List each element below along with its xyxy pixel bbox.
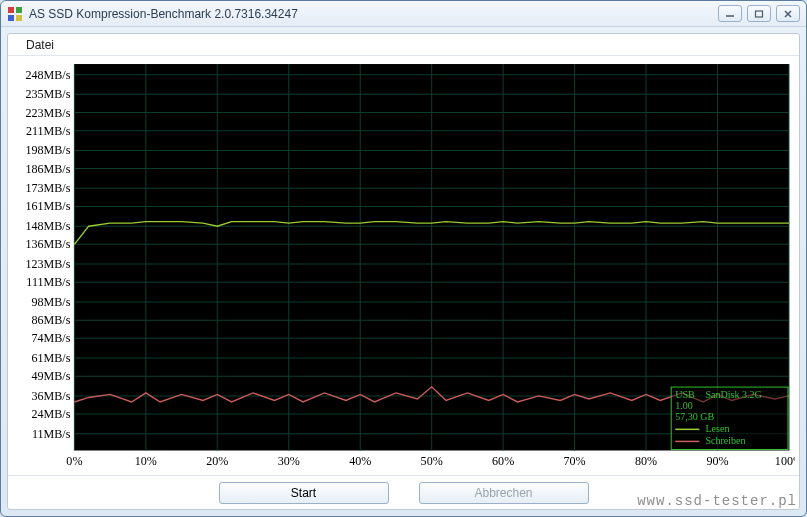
titlebar: AS SSD Kompression-Benchmark 2.0.7316.34… [1,1,806,27]
window-buttons [718,5,800,22]
svg-text:57,30 GB: 57,30 GB [675,412,714,423]
svg-text:111MB/s: 111MB/s [26,276,70,290]
svg-text:148MB/s: 148MB/s [25,220,70,234]
svg-text:136MB/s: 136MB/s [25,238,70,252]
svg-text:86MB/s: 86MB/s [31,314,70,328]
svg-text:161MB/s: 161MB/s [25,200,70,214]
svg-text:80%: 80% [635,454,657,468]
benchmark-chart: 11MB/s24MB/s36MB/s49MB/s61MB/s74MB/s86MB… [12,60,795,471]
app-window: AS SSD Kompression-Benchmark 2.0.7316.34… [0,0,807,517]
svg-rect-0 [8,7,14,13]
svg-text:Schreiben: Schreiben [705,436,745,447]
content-panel: Datei 11MB/s24MB/s36MB/s49MB/s61MB/s74MB… [7,33,800,510]
svg-text:223MB/s: 223MB/s [25,106,70,120]
svg-text:90%: 90% [706,454,728,468]
svg-rect-1 [16,7,22,13]
minimize-button[interactable] [718,5,742,22]
svg-text:40%: 40% [349,454,371,468]
svg-text:20%: 20% [206,454,228,468]
app-icon [7,6,23,22]
svg-text:1.00: 1.00 [675,401,693,412]
svg-text:50%: 50% [421,454,443,468]
svg-text:10%: 10% [135,454,157,468]
svg-text:USB: USB [675,390,695,401]
close-button[interactable] [776,5,800,22]
svg-text:235MB/s: 235MB/s [25,88,70,102]
button-bar: Start Abbrechen [8,475,799,509]
svg-rect-2 [8,15,14,21]
svg-text:186MB/s: 186MB/s [25,162,70,176]
svg-text:98MB/s: 98MB/s [31,295,70,309]
svg-text:70%: 70% [564,454,586,468]
chart-area: 11MB/s24MB/s36MB/s49MB/s61MB/s74MB/s86MB… [12,60,795,471]
svg-text:61MB/s: 61MB/s [31,351,70,365]
svg-text:SanDisk 3.2G: SanDisk 3.2G [705,390,761,401]
menu-datei[interactable]: Datei [18,36,62,54]
svg-text:49MB/s: 49MB/s [31,370,70,384]
svg-text:198MB/s: 198MB/s [25,144,70,158]
svg-text:Lesen: Lesen [705,424,729,435]
svg-text:211MB/s: 211MB/s [26,124,71,138]
cancel-button: Abbrechen [419,482,589,504]
svg-text:30%: 30% [278,454,300,468]
svg-text:173MB/s: 173MB/s [25,182,70,196]
window-title: AS SSD Kompression-Benchmark 2.0.7316.34… [29,7,718,21]
svg-rect-3 [16,15,22,21]
svg-text:11MB/s: 11MB/s [32,427,71,441]
svg-text:248MB/s: 248MB/s [25,68,70,82]
svg-text:0%: 0% [66,454,82,468]
svg-text:74MB/s: 74MB/s [31,332,70,346]
svg-text:60%: 60% [492,454,514,468]
menubar: Datei [8,34,799,56]
svg-text:100%: 100% [775,454,795,468]
svg-rect-5 [756,11,763,17]
svg-text:123MB/s: 123MB/s [25,257,70,271]
start-button[interactable]: Start [219,482,389,504]
maximize-button[interactable] [747,5,771,22]
svg-text:36MB/s: 36MB/s [31,389,70,403]
svg-text:24MB/s: 24MB/s [31,408,70,422]
